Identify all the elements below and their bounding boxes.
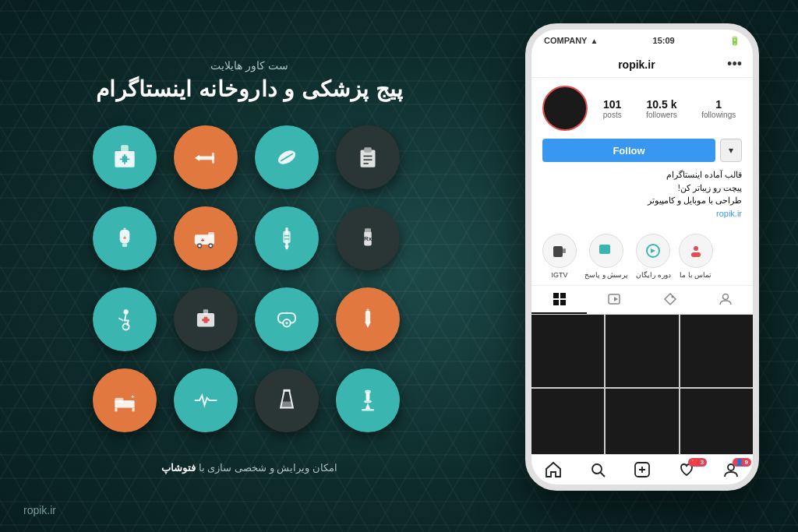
photo-cell-2[interactable] (606, 315, 678, 387)
highlight-contact[interactable]: تماس با ما (679, 234, 713, 279)
svg-point-24 (210, 244, 212, 246)
icon-clipboard (336, 125, 400, 189)
highlight-qa[interactable]: پرسش و پاسخ (584, 234, 628, 279)
nav-add[interactable] (620, 461, 665, 478)
photo-cell-5[interactable] (606, 389, 678, 454)
icon-blood-bag: + (93, 206, 157, 270)
photo-cell-4[interactable] (531, 389, 604, 454)
icon-first-aid (174, 287, 238, 351)
icon-hospital-bed: + (93, 368, 157, 432)
stats-row: 101 posts 10.5 k followers 1 followings (597, 98, 742, 119)
ig-username: ropik.ir (618, 58, 655, 71)
nav-profile[interactable]: 👤9 (708, 461, 753, 478)
svg-rect-42 (365, 310, 370, 322)
highlight-label-free: دوره رایگان (636, 271, 671, 279)
subtitle: ست کاور هایلایت (96, 59, 404, 72)
icon-stethoscope (255, 287, 319, 351)
likes-badge: ❤️3 (688, 458, 707, 467)
phone-frame: COMPANY ▲ 15:09 🔋 ‹ ropik.ir ••• 101 pos… (525, 23, 759, 491)
bio-section: قالب آماده اینستاگرام پیچت رو زیباتر کن!… (542, 168, 742, 220)
tab-tagged[interactable] (642, 286, 697, 314)
svg-point-77 (728, 464, 734, 470)
svg-rect-48 (132, 407, 135, 411)
svg-rect-16 (122, 243, 127, 247)
svg-rect-1 (121, 145, 129, 153)
stat-posts: 101 posts (603, 98, 622, 119)
tab-profile[interactable] (697, 286, 753, 314)
svg-rect-27 (283, 231, 291, 243)
svg-marker-28 (284, 245, 289, 249)
follow-btn-row: Follow ▾ (542, 139, 742, 162)
svg-rect-63 (691, 252, 701, 257)
svg-rect-20 (208, 232, 214, 237)
highlight-label-contact: تماس با ما (680, 271, 711, 279)
highlight-circle-free (636, 234, 670, 268)
svg-rect-47 (115, 407, 117, 411)
ig-menu-dots[interactable]: ••• (727, 56, 742, 72)
following-label: followings (701, 111, 736, 119)
svg-rect-32 (365, 228, 371, 232)
icon-pill (255, 125, 319, 189)
icon-injection (255, 206, 319, 270)
tab-grid[interactable] (531, 286, 587, 314)
wifi-icon: ▲ (590, 37, 598, 45)
svg-rect-4 (124, 154, 125, 164)
dropdown-button[interactable]: ▾ (720, 139, 742, 162)
svg-rect-39 (202, 319, 210, 321)
tab-video[interactable] (587, 286, 642, 314)
followers-count: 10.5 k (646, 98, 676, 111)
posts-label: posts (603, 111, 622, 119)
bio-line3: طراحی با موبایل و کامپیوتر (542, 194, 742, 207)
profile-section: 101 posts 10.5 k followers 1 followings … (531, 78, 753, 227)
stat-followers: 10.5 k followers (646, 98, 676, 119)
svg-point-35 (123, 323, 129, 329)
bio-line1: قالب آماده اینستاگرام (542, 168, 742, 181)
svg-point-71 (722, 294, 728, 300)
nav-home[interactable] (531, 461, 576, 478)
ig-header: ‹ ropik.ir ••• (531, 51, 753, 78)
phone-container: COMPANY ▲ 15:09 🔋 ‹ ropik.ir ••• 101 pos… (525, 23, 775, 506)
profile-top: 101 posts 10.5 k followers 1 followings (542, 86, 742, 131)
photo-cell-6[interactable] (680, 389, 753, 454)
svg-rect-10 (361, 150, 376, 167)
battery-icon: 🔋 (729, 36, 740, 46)
svg-point-34 (123, 309, 128, 314)
posts-count: 101 (603, 98, 622, 111)
bio-link[interactable]: ropik.ir (716, 209, 742, 218)
svg-rect-44 (366, 308, 369, 312)
svg-rect-37 (203, 309, 208, 314)
highlight-label-igtv: IGTV (551, 271, 567, 279)
time: 15:09 (653, 36, 675, 45)
svg-point-62 (694, 246, 698, 251)
highlight-free[interactable]: دوره رایگان (636, 234, 671, 279)
status-left: COMPANY ▲ (544, 36, 598, 45)
highlights-row: IGTV پرسش و پاسخ دوره رایگان تماس با ما (531, 227, 753, 286)
svg-point-53 (365, 389, 371, 393)
svg-text:+: + (201, 236, 205, 243)
following-count: 1 (701, 98, 736, 111)
ig-tabs (531, 286, 753, 315)
nav-search[interactable] (576, 461, 620, 478)
svg-text:+: + (131, 393, 135, 400)
icon-grid: + + (93, 125, 406, 439)
svg-point-41 (285, 322, 288, 324)
bio-line2: پیچت رو زیباتر کن! (542, 181, 742, 195)
icon-heartbeat (174, 368, 238, 432)
icon-hospital (93, 125, 157, 189)
icon-wheelchair (93, 287, 157, 351)
svg-rect-67 (560, 300, 566, 305)
follow-button[interactable]: Follow (542, 139, 715, 162)
status-right: 🔋 (729, 36, 740, 46)
bottom-text: امکان ویرایش و شخصی سازی با فتوشاپ (161, 462, 337, 474)
svg-marker-43 (365, 322, 371, 328)
left-section: ست کاور هایلایت پیج پزشکی و داروخانه این… (0, 0, 499, 532)
status-bar: COMPANY ▲ 15:09 🔋 (531, 30, 753, 51)
svg-rect-60 (603, 251, 606, 253)
highlight-igtv[interactable]: IGTV (542, 234, 577, 279)
photo-cell-3[interactable] (680, 315, 753, 387)
nav-likes[interactable]: ❤️3 (664, 461, 708, 478)
photo-cell-1[interactable] (531, 315, 604, 387)
icon-medicine-bottle: Rx (336, 206, 400, 270)
svg-rect-56 (362, 409, 374, 410)
svg-rect-58 (563, 248, 566, 253)
